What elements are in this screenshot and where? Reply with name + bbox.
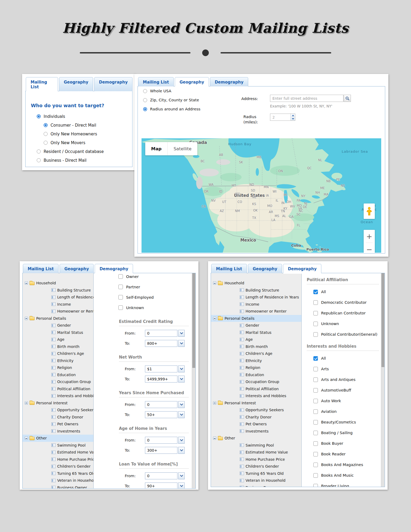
map[interactable]: CanadaHudson BayLabrador SeaUnited State… [142, 138, 381, 253]
checkbox-icon[interactable] [313, 322, 318, 326]
checkbox-icon[interactable] [313, 441, 318, 446]
tab-geography[interactable]: Geography [60, 264, 94, 273]
tab-demography[interactable]: Demography [94, 77, 132, 91]
radio-icon[interactable] [143, 89, 147, 93]
from-select[interactable]: 0 [145, 401, 185, 408]
checkbox-option[interactable]: Boating / Sailing [313, 427, 379, 438]
tree-item[interactable]: Ethnicity [23, 357, 93, 364]
tree-item[interactable]: Birth month [23, 343, 93, 350]
checkbox-option[interactable]: Unknown [313, 318, 379, 329]
tree-item[interactable]: Building Structure [211, 287, 301, 294]
zoom-out-button[interactable]: − [364, 243, 375, 253]
collapse-icon[interactable] [25, 437, 28, 440]
scrollbar[interactable] [192, 273, 196, 488]
checkbox-option[interactable]: Books And Music [313, 470, 379, 481]
from-select[interactable]: 0 [145, 472, 185, 479]
tree-item[interactable]: Pet Owners [211, 421, 301, 428]
checkbox-icon[interactable] [313, 463, 318, 467]
map-button[interactable]: Map [145, 142, 167, 155]
tree-item[interactable]: Personal Details [211, 315, 301, 322]
dropdown-button[interactable] [178, 447, 185, 454]
checkbox-option[interactable]: Auto Work [313, 396, 379, 406]
tree-item[interactable]: Investments [23, 428, 93, 435]
checkbox-option[interactable]: Self-Employed [118, 292, 192, 302]
checkbox-icon[interactable] [118, 295, 123, 300]
collapse-icon[interactable] [25, 317, 28, 320]
radio-icon[interactable] [44, 132, 48, 136]
checkbox-option[interactable]: AutomotiveBuff [313, 385, 379, 396]
tree-item[interactable]: Education [211, 371, 301, 379]
to-select[interactable]: 50+ [145, 411, 185, 418]
tree-item[interactable]: Gender [211, 322, 301, 329]
target-radio-option[interactable]: Resident / Occupant database [37, 147, 132, 156]
tree-item[interactable]: Charity Donor [23, 414, 93, 421]
to-select[interactable]: 800+ [145, 340, 185, 347]
to-select[interactable]: 300+ [145, 447, 185, 454]
tree-item[interactable]: Political Affiliation [211, 385, 301, 393]
tree-item[interactable]: Turning 65 Years Old [23, 470, 93, 477]
geography-radio-option[interactable]: Whole USA [143, 86, 200, 95]
zoom-in-button[interactable]: + [364, 230, 375, 243]
checkbox-icon[interactable] [118, 285, 123, 289]
tree-item[interactable]: Personal Interest [211, 400, 301, 407]
radio-icon[interactable] [37, 114, 41, 118]
checkbox-option[interactable]: All [313, 353, 379, 364]
tab-demography[interactable]: Demography [283, 264, 321, 273]
checkbox-option[interactable]: Democratic Contributor [313, 297, 379, 308]
tree-item[interactable]: Opportunity Seekers [23, 406, 93, 414]
tree-item[interactable]: Religion [23, 364, 93, 371]
checkbox-icon[interactable] [313, 290, 318, 294]
tab-demography[interactable]: Demography [210, 77, 248, 86]
checkbox-option[interactable]: Arts and Antiques [313, 374, 379, 385]
tree-item[interactable]: Business Owner [23, 484, 93, 489]
tree-item[interactable]: Veteran in Household [211, 477, 301, 484]
to-select[interactable]: $499,999+ [145, 376, 185, 383]
dropdown-button[interactable] [178, 411, 185, 418]
dropdown-button[interactable] [178, 376, 185, 383]
tab-demography[interactable]: Demography [95, 264, 133, 273]
collapse-icon[interactable] [213, 281, 216, 285]
tree-item[interactable]: Home Purchase Price [23, 456, 93, 463]
tree-item[interactable]: Home Purchase Price [211, 456, 301, 463]
radio-icon[interactable] [143, 107, 147, 111]
tree-item[interactable]: Homeowner or Renter [211, 308, 301, 315]
tree-item[interactable]: Other [23, 435, 93, 442]
checkbox-icon[interactable] [313, 431, 318, 435]
from-select[interactable]: $1 [145, 365, 185, 372]
tree-item[interactable]: Interests and Hobbies [211, 392, 301, 400]
checkbox-icon[interactable] [313, 452, 318, 456]
dropdown-button[interactable] [178, 365, 185, 372]
tab-mailing-list[interactable]: Mailing List [23, 264, 59, 273]
tree-item[interactable]: Length of Residence in Years [211, 294, 301, 301]
tree-item[interactable]: Children's Gender [211, 463, 301, 470]
checkbox-option[interactable]: Book Reader [313, 449, 379, 459]
checkbox-option[interactable]: Aviation [313, 406, 379, 417]
checkbox-option[interactable]: Political Contributor(General) [313, 329, 379, 340]
geography-radio-option[interactable]: Zip, City, County or State [143, 95, 200, 105]
scrollbar[interactable] [381, 273, 385, 487]
target-radio-option[interactable]: Business - Direct Mail [37, 156, 132, 165]
tree-item[interactable]: Estimated Home Value [23, 449, 93, 456]
tree-item[interactable]: Income [23, 301, 93, 308]
tab-geography[interactable]: Geography [59, 77, 93, 91]
checkbox-icon[interactable] [313, 409, 318, 414]
tree-item[interactable]: Birth month [211, 343, 301, 350]
tree-item[interactable]: Political Affiliation [23, 385, 93, 393]
spinner-up-icon[interactable] [291, 114, 295, 117]
tree-item[interactable]: Swimming Pool [211, 442, 301, 449]
from-select[interactable]: 0 [145, 437, 185, 444]
checkbox-icon[interactable] [313, 367, 318, 371]
satellite-button[interactable]: Satellite [168, 142, 197, 155]
tree-item[interactable]: Interests and Hobbies [23, 392, 93, 400]
radio-icon[interactable] [37, 158, 41, 162]
scrollbar-thumb[interactable] [381, 273, 384, 367]
radio-icon[interactable] [37, 149, 41, 153]
radio-icon[interactable] [44, 141, 48, 145]
tree-item[interactable]: Swimming Pool [23, 442, 93, 449]
tree-item[interactable]: Investments [211, 428, 301, 435]
from-select[interactable]: 0 [145, 330, 185, 337]
tree-item[interactable]: Veteran in Household [23, 477, 93, 484]
tree-item[interactable]: Homeowner or Renter [23, 308, 93, 315]
collapse-icon[interactable] [25, 401, 28, 405]
scrollbar-thumb[interactable] [192, 273, 195, 368]
